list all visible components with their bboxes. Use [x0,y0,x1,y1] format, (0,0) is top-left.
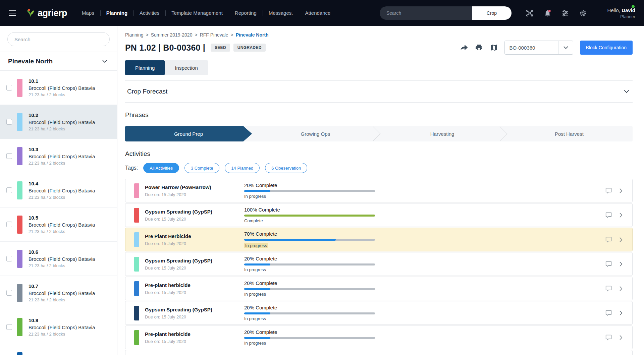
activity-row[interactable]: Pre-plant herbicide20% Complete [125,350,633,355]
comment-icon[interactable] [605,187,612,194]
tabs: PlanningInspection [125,60,633,75]
activity-color-bar [134,183,139,198]
sliders-icon[interactable] [561,9,569,17]
activity-row[interactable]: Pre-plant herbicideDue on: 15 July 20202… [125,277,633,300]
nav-item-template-management[interactable]: Template Management [165,0,229,26]
phase-post-harvest[interactable]: Post Harvest [506,126,633,141]
activity-name: Power Harrow (PowHarrow) [145,184,244,190]
comment-icon[interactable] [605,236,612,243]
activity-row[interactable]: Pre Plant HerbicideDue on: 15 July 20207… [125,228,633,251]
comment-icon[interactable] [605,260,612,268]
sidebar-block-item[interactable]: 10.5Broccoli (Field Crops) Batavia21:23 … [0,208,117,242]
nav-item-maps[interactable]: Maps [76,0,100,26]
block-title: Broccoli (Field Crops) Batavia [29,188,95,193]
activity-row[interactable]: Pre-plant herbicideDue on: 15 July 20202… [125,326,633,349]
block-checkbox[interactable] [6,324,12,330]
tag-6-obeservation[interactable]: 6 Obeservation [265,163,307,173]
sidebar-block-item[interactable]: 10.7Broccoli (Field Crops) Batavia21:23 … [0,276,117,310]
block-code: 10.4 [29,181,95,186]
global-search: Crop [380,6,512,20]
sidebar-block-item[interactable]: 10.3Broccoli (Field Crops) Batavia21:23 … [0,139,117,173]
block-checkbox[interactable] [6,290,12,296]
chevron-right-icon[interactable] [618,285,624,292]
tab-planning[interactable]: Planning [125,60,165,75]
chevron-right-icon[interactable] [618,212,624,219]
search-filter-dropdown[interactable]: Crop [472,6,512,20]
block-code: 10.5 [29,215,95,221]
hamburger-menu-icon[interactable] [9,10,16,16]
activity-progress-bar [244,239,375,241]
nav-item-messages[interactable]: Messages. [263,0,299,26]
chevron-right-icon[interactable] [618,236,624,243]
sidebar-block-item[interactable]: 10.4Broccoli (Field Crops) Batavia21:23 … [0,173,117,208]
activity-name: Pre Plant Herbicide [145,233,244,239]
comment-icon[interactable] [605,212,612,219]
tag-all-activities[interactable]: All Activities [143,163,179,173]
map-icon[interactable] [490,44,498,52]
sidebar-group-header[interactable]: Pinevale North [0,52,117,71]
phase-harvesting[interactable]: Harvesting [379,126,506,141]
activity-status: In progress [244,341,375,346]
nav-item-activities[interactable]: Activities [133,0,165,26]
block-configuration-button[interactable]: Block Configuration [580,41,633,55]
nav-item-planning[interactable]: Planning [100,0,133,26]
comment-icon[interactable] [605,309,612,316]
settings-gear-icon[interactable] [579,9,587,17]
crop-forecast-panel[interactable]: Crop Forecast [125,80,633,103]
tag-3-complete[interactable]: 3 Complete [184,163,219,173]
activity-percent-label: 70% Complete [244,231,375,237]
user-greeting: Hello, David [598,7,635,13]
block-checkbox[interactable] [6,187,12,193]
block-meta: 21:23 ha / 2 blocks [29,195,95,200]
tag-14-planned[interactable]: 14 Planned [225,163,260,173]
breadcrumb-item-planning[interactable]: Planning [125,32,144,38]
nav-item-reporting[interactable]: Reporting [229,0,263,26]
tab-inspection[interactable]: Inspection [165,60,208,75]
sidebar-block-item[interactable]: 10.2Broccoli (Field Crops) Batavia21:23 … [0,105,117,139]
activity-color-bar [134,208,139,223]
breadcrumb-separator: > [146,32,149,38]
breadcrumb: Planning>Summer 2019-2020>RFF Pinevale>P… [125,32,633,38]
comment-icon[interactable] [605,334,612,341]
user-profile[interactable]: Hello, David Planner [598,7,635,19]
sidebar-block-item[interactable]: 10.8Broccoli (Field Crops) Batavia21:23 … [0,310,117,344]
block-checkbox[interactable] [6,85,12,91]
nav-item-attendance[interactable]: Attendance [299,0,336,26]
block-checkbox[interactable] [6,153,12,159]
block-checkbox[interactable] [6,256,12,261]
chevron-right-icon[interactable] [618,261,624,268]
sidebar-block-item[interactable]: 10.1Broccoli (Field Crops) Batavia21:23 … [0,71,117,105]
crop-forecast-title: Crop Forecast [127,88,167,95]
sidebar-block-item[interactable]: 10.9Broccoli (Field Crops) Batavia [0,344,117,355]
phases-title: Phrases [125,111,633,119]
block-checkbox[interactable] [6,222,12,227]
block-select[interactable]: BO-000360 [504,41,573,55]
activity-row[interactable]: Gypsum Spreading (GypSP)Due on: 15 July … [125,301,633,325]
drone-icon[interactable] [526,9,534,17]
chevron-right-icon[interactable] [618,334,624,341]
sidebar-block-item[interactable]: 10.6Broccoli (Field Crops) Batavia21:23 … [0,242,117,276]
share-icon[interactable] [460,44,468,52]
phase-ground-prep[interactable]: Ground Prep [125,126,252,141]
status-badge-ungraded: UNGRADED [233,44,266,52]
activity-progress-bar [244,215,375,217]
activity-color-bar [134,232,139,247]
comment-icon[interactable] [605,285,612,292]
navbar-icons [526,9,587,17]
search-input[interactable] [380,6,472,20]
phase-growing-ops[interactable]: Growing Ops [252,126,379,141]
activity-status: In progress [244,243,268,248]
print-icon[interactable] [475,44,483,52]
crop-color-bar [17,352,22,355]
breadcrumb-item-summer-2019-2020[interactable]: Summer 2019-2020 [151,32,193,38]
notifications-bell-icon[interactable] [544,9,551,17]
activity-row[interactable]: Gypsum Spreading (GypSP)Due on: 15 July … [125,252,633,276]
chevron-right-icon[interactable] [618,310,624,316]
block-checkbox[interactable] [6,119,12,125]
breadcrumb-item-rff-pinevale[interactable]: RFF Pinevale [200,32,228,38]
sidebar-search-input[interactable] [7,32,110,46]
chevron-right-icon[interactable] [618,187,624,194]
activity-row[interactable]: Gypsum Spreading (GypSP)Due on: 15 July … [125,203,633,227]
app-logo[interactable]: agrierp [25,8,67,18]
activity-row[interactable]: Power Harrow (PowHarrow)Due on: 15 July … [125,179,633,202]
